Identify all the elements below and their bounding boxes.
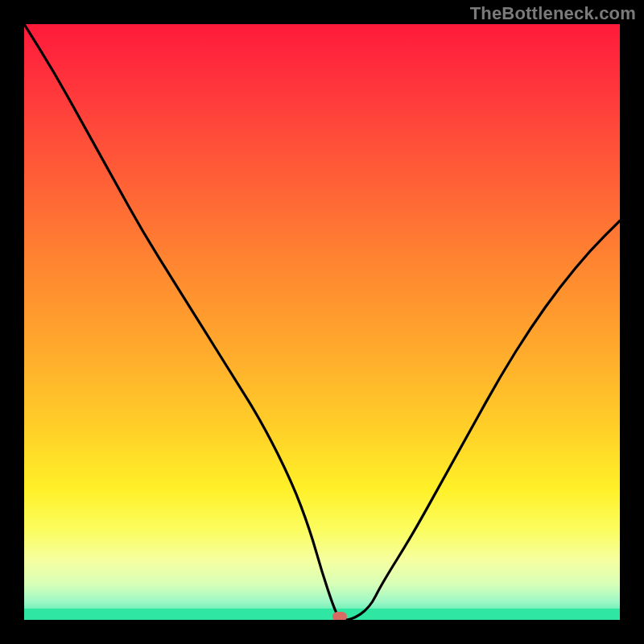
chart-frame: TheBottleneck.com (0, 0, 644, 644)
bottleneck-curve (24, 24, 620, 620)
plot-area (24, 24, 620, 620)
curve-path (24, 24, 620, 620)
watermark-text: TheBottleneck.com (470, 3, 636, 24)
optimal-point-marker (332, 612, 347, 620)
